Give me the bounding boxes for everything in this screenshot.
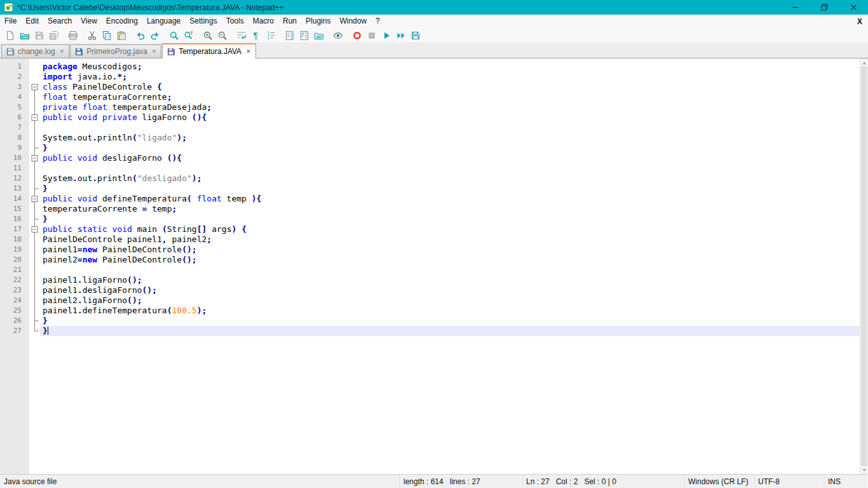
line-number[interactable]: 23	[0, 285, 29, 295]
line-number[interactable]: 26	[0, 316, 29, 326]
code-text[interactable]: }	[40, 326, 868, 336]
tab-Temperatura.JAVA[interactable]: Temperatura.JAVA✕	[162, 43, 255, 58]
menu-plugins[interactable]: Plugins	[301, 15, 335, 28]
code-text[interactable]: temperaturaCorrente = temp;	[40, 204, 868, 214]
line-number[interactable]: 15	[0, 204, 29, 214]
line-number[interactable]: 27	[0, 326, 29, 336]
code-line-18[interactable]: 18PainelDeControle painel1, painel2;	[0, 234, 868, 245]
vertical-scrollbar[interactable]: ▲ ▼	[860, 58, 868, 474]
code-line-11[interactable]: 11	[0, 163, 868, 173]
code-line-6[interactable]: 6public void private ligaForno (){	[0, 112, 868, 123]
code-text[interactable]: import java.io.*;	[40, 72, 868, 82]
code-text[interactable]: public void defineTemperatura( float tem…	[40, 194, 868, 204]
code-line-20[interactable]: 20painel2=new PainelDeControle();	[0, 255, 868, 265]
code-line-27[interactable]: 27}	[0, 326, 868, 336]
menu-edit[interactable]: Edit	[21, 15, 43, 28]
menu-tools[interactable]: Tools	[222, 15, 248, 28]
line-number[interactable]: 8	[0, 133, 29, 143]
code-line-26[interactable]: 26}	[0, 316, 868, 326]
code-line-4[interactable]: 4float temperaturaCorrente;	[0, 92, 868, 102]
tab-close-icon[interactable]: ✕	[152, 48, 157, 55]
tab-close-icon[interactable]: ✕	[60, 48, 65, 55]
line-number[interactable]: 10	[0, 153, 29, 163]
code-text[interactable]: }	[40, 214, 868, 224]
line-number[interactable]: 18	[0, 234, 29, 245]
menu-help[interactable]: ?	[371, 15, 384, 28]
replace-button[interactable]	[182, 29, 195, 42]
scroll-up-icon[interactable]: ▲	[860, 58, 868, 67]
macro-stop-button[interactable]	[365, 29, 378, 42]
zoom-in-button[interactable]	[201, 29, 214, 42]
code-text[interactable]: class PainelDeControle {	[40, 82, 868, 92]
line-number[interactable]: 13	[0, 184, 29, 194]
line-number[interactable]: 25	[0, 306, 29, 316]
code-text[interactable]: painel1=new PainelDeControle();	[40, 245, 868, 255]
code-text[interactable]: private float temperaturaDesejada;	[40, 102, 868, 112]
code-text[interactable]: painel1.ligaForno();	[40, 275, 868, 285]
code-text[interactable]	[40, 163, 868, 173]
menu-close-icon[interactable]: X	[857, 17, 862, 26]
code-line-22[interactable]: 22painel1.ligaForno();	[0, 275, 868, 285]
print-button[interactable]	[66, 29, 79, 42]
close-button[interactable]	[839, 0, 868, 15]
fold-collapse-icon[interactable]	[29, 194, 40, 204]
code-line-3[interactable]: 3class PainelDeControle {	[0, 82, 868, 92]
code-text[interactable]: }	[40, 316, 868, 326]
macro-save-button[interactable]	[409, 29, 422, 42]
tab-change.log[interactable]: change.log✕	[1, 44, 69, 58]
line-number[interactable]: 20	[0, 255, 29, 265]
code-text[interactable]: float temperaturaCorrente;	[40, 92, 868, 102]
code-text[interactable]: public void desligaForno (){	[40, 153, 868, 163]
code-line-15[interactable]: 15temperaturaCorrente = temp;	[0, 204, 868, 214]
code-line-10[interactable]: 10public void desligaForno (){	[0, 153, 868, 163]
line-number[interactable]: 9	[0, 143, 29, 153]
line-number[interactable]: 21	[0, 265, 29, 275]
line-number[interactable]: 3	[0, 82, 29, 92]
code-line-1[interactable]: 1package Meuscodigos;	[0, 62, 868, 72]
menu-search[interactable]: Search	[43, 15, 76, 28]
word-wrap-button[interactable]	[234, 29, 248, 42]
show-indent-guide-button[interactable]	[264, 29, 277, 42]
line-number[interactable]: 11	[0, 163, 29, 173]
macro-play-button[interactable]	[379, 29, 393, 42]
code-text[interactable]: painel2=new PainelDeControle();	[40, 255, 868, 265]
line-number[interactable]: 5	[0, 102, 29, 112]
scrollbar-thumb[interactable]	[861, 67, 867, 466]
code-text[interactable]: painel2.ligaForno();	[40, 295, 868, 306]
status-encoding[interactable]: UTF-8	[754, 475, 824, 488]
fold-collapse-icon[interactable]	[29, 224, 40, 234]
copy-button[interactable]	[100, 29, 113, 42]
code-text[interactable]: painel1.desligaForno();	[40, 285, 868, 295]
code-text[interactable]	[40, 265, 868, 275]
line-number[interactable]: 19	[0, 245, 29, 255]
line-number[interactable]: 14	[0, 194, 29, 204]
save-button[interactable]	[32, 29, 46, 42]
menu-window[interactable]: Window	[335, 15, 371, 28]
scroll-down-icon[interactable]: ▼	[860, 466, 868, 474]
fold-collapse-icon[interactable]	[29, 112, 40, 123]
macro-run-multiple-button[interactable]	[394, 29, 407, 42]
menu-encoding[interactable]: Encoding	[102, 15, 142, 28]
tab-close-icon[interactable]: ✕	[246, 48, 251, 55]
maximize-button[interactable]	[810, 0, 839, 15]
line-number[interactable]: 16	[0, 214, 29, 224]
undo-button[interactable]	[133, 29, 147, 42]
line-number[interactable]: 17	[0, 224, 29, 234]
function-list-button[interactable]: f	[297, 29, 311, 42]
macro-record-button[interactable]	[350, 29, 363, 42]
folder-as-workspace-button[interactable]	[312, 29, 325, 42]
code-line-8[interactable]: 8System.out.println("ligado");	[0, 133, 868, 143]
line-number[interactable]: 1	[0, 62, 29, 72]
save-all-button[interactable]	[47, 29, 60, 42]
line-number[interactable]: 4	[0, 92, 29, 102]
menu-view[interactable]: View	[76, 15, 102, 28]
document-map-button[interactable]	[283, 29, 296, 42]
menu-settings[interactable]: Settings	[185, 15, 221, 28]
show-all-characters-button[interactable]: ¶	[249, 29, 262, 42]
code-line-2[interactable]: 2import java.io.*;	[0, 72, 868, 82]
code-text[interactable]: package Meuscodigos;	[40, 62, 868, 72]
monitoring-button[interactable]	[331, 29, 344, 42]
code-text[interactable]: }	[40, 184, 868, 194]
redo-button[interactable]	[148, 29, 161, 42]
code-text[interactable]: PainelDeControle painel1, painel2;	[40, 234, 868, 245]
